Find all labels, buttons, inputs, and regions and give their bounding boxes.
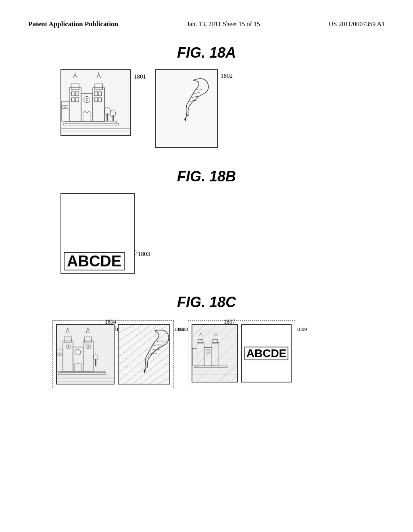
notre-dame-small-svg — [57, 325, 115, 384]
fig-18c-row: 1805 — [52, 320, 385, 388]
label-1809: 1809 — [296, 326, 307, 332]
fig-18a-section: FIG. 18A — [28, 44, 385, 148]
fig-18c-box-1809: ABCDE — [241, 324, 292, 382]
dashed-group-right: 1808 ABCDE 1809 — [188, 320, 295, 388]
fig-18a-right-box — [155, 69, 218, 148]
label-1803: 1803 — [138, 251, 150, 258]
fig-18c-section: FIG. 18C 1804 1807 — [28, 294, 385, 388]
svg-rect-26 — [113, 115, 114, 121]
box-1805-wrapper: 1805 — [56, 324, 115, 384]
fig-18c-content: 1804 1807 — [28, 319, 385, 388]
fig-18a-content: 1801 — [28, 69, 385, 148]
header-publication-label: Patent Application Publication — [28, 20, 118, 28]
feather-svg — [156, 70, 217, 147]
box-1808-wrapper: 1808 — [192, 324, 238, 384]
dashed-group-left: 1805 — [52, 320, 174, 388]
fig-18b-box: ABCDE — [60, 193, 135, 274]
bracket-svg-18b — [135, 249, 139, 256]
quill-hatch-svg — [119, 325, 170, 384]
fig-18a-left-box — [60, 69, 131, 136]
svg-rect-24 — [106, 113, 108, 121]
label-1801: 1801 — [134, 73, 146, 80]
svg-rect-36 — [57, 325, 115, 384]
fig-18b-section: FIG. 18B ABCDE 1803 — [28, 168, 385, 274]
header-patent-number: US 2011/0007359 A1 — [329, 21, 385, 28]
page-header: Patent Application Publication Jan. 13, … — [28, 20, 385, 28]
fig-18b-title: FIG. 18B — [28, 168, 385, 185]
box-1809-wrapper: ABCDE 1809 — [241, 324, 292, 384]
fig-18c-box-1808 — [192, 324, 238, 382]
abcde-text-18c: ABCDE — [244, 347, 289, 360]
fig-18a-right-wrapper: 1802 — [155, 69, 218, 148]
header-date-sheet: Jan. 13, 2011 Sheet 15 of 15 — [187, 21, 260, 28]
box-1806-wrapper: 1806 — [118, 324, 170, 384]
fig-18b-content: ABCDE 1803 — [28, 193, 385, 274]
patent-page: Patent Application Publication Jan. 13, … — [0, 0, 413, 532]
fig-18c-box-1805 — [56, 324, 115, 384]
fig-18c-title: FIG. 18C — [28, 294, 385, 311]
notre-dame-svg — [61, 70, 130, 135]
label-1808: 1808 — [177, 326, 188, 332]
svg-rect-31 — [156, 71, 217, 147]
abcde-text-18b: ABCDE — [64, 252, 125, 270]
svg-rect-58 — [119, 325, 170, 384]
notre-dame-tiny-svg — [192, 324, 237, 382]
label-1802: 1802 — [221, 73, 233, 79]
fig-18c-box-1806 — [118, 324, 170, 384]
fig-18b-wrapper: ABCDE 1803 — [60, 193, 135, 274]
fig-18a-title: FIG. 18A — [28, 44, 385, 61]
fig-18a-left-wrapper: 1801 — [60, 69, 131, 136]
